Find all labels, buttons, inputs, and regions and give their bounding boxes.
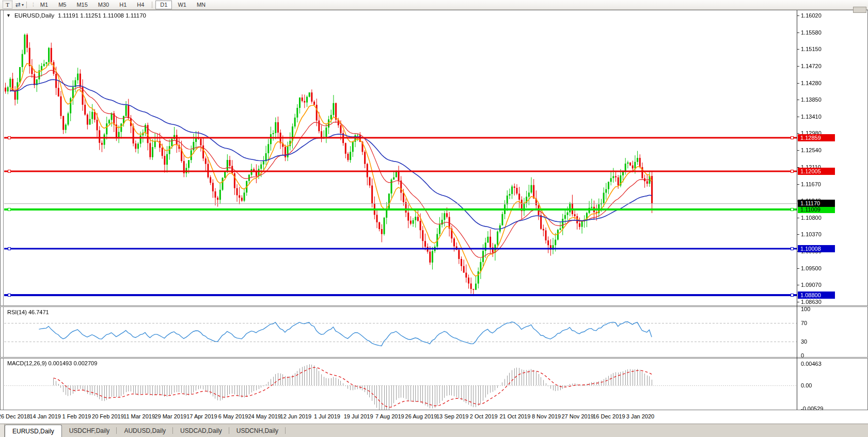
arrange-charts-button[interactable]: ⇄ ▾ <box>15 1 24 8</box>
price-tick-dash <box>797 49 799 50</box>
rsi-axis-label: 30 <box>801 338 807 345</box>
date-label: 1 Jul 2019 <box>314 413 340 419</box>
chart-scroll-button[interactable] <box>853 7 866 13</box>
date-label: 8 Nov 2019 <box>532 413 561 419</box>
macd-axis-label: 0.00 <box>801 382 812 389</box>
price-tick-label: 1.11670 <box>801 181 821 187</box>
price-tick-dash <box>797 285 799 285</box>
price-tick-dash <box>797 218 799 218</box>
hline-price-label: 1.08800 <box>798 292 835 299</box>
timeframe-button-group: M1M5M15M30H1H4D1W1MN <box>35 1 211 9</box>
price-tick-label: 1.16020 <box>801 12 822 19</box>
timeframe-button-h1[interactable]: H1 <box>115 1 131 9</box>
price-tick-label: 1.10370 <box>801 231 822 237</box>
timeframe-button-w1[interactable]: W1 <box>173 1 191 9</box>
price-tick-label: 1.13410 <box>801 114 822 120</box>
price-tick-dash <box>797 117 799 117</box>
price-tick-label: 1.13850 <box>801 96 822 103</box>
timeframe-button-m30[interactable]: M30 <box>93 1 114 9</box>
timeframe-button-h4[interactable]: H4 <box>132 1 149 9</box>
price-tick-label: 1.12540 <box>801 147 822 153</box>
date-label: 1 Feb 2019 <box>62 413 91 419</box>
date-label: 6 May 2019 <box>218 413 248 419</box>
dropdown-caret-icon: ▾ <box>22 3 24 7</box>
price-tick-label: 1.10800 <box>801 215 822 221</box>
date-label: 19 Jul 2019 <box>344 413 373 419</box>
tab-usdcad[interactable]: USDCAD,Daily <box>173 424 229 437</box>
rsi-axis-label: 70 <box>801 320 807 326</box>
timeframe-button-mn[interactable]: MN <box>192 1 210 9</box>
top-toolbar: T ⇄ ▾ ⁞ M1M5M15M30H1H4D1W1MN <box>0 0 868 10</box>
tab-audusd[interactable]: AUDUSD,Daily <box>117 424 173 437</box>
price-tick-label: 1.09500 <box>801 265 822 271</box>
window-left-frame <box>3 10 4 410</box>
symbol-dropdown-icon[interactable]: ▼ <box>6 13 11 18</box>
date-label: 14 Jan 2019 <box>29 413 61 419</box>
price-tick-dash <box>797 133 799 134</box>
hline-price-label: 1.12005 <box>798 168 835 175</box>
text-tool-button[interactable]: T <box>3 1 12 9</box>
tab-eurusd[interactable]: EURUSD,Daily <box>5 425 62 437</box>
date-label: 17 Apr 2019 <box>186 413 217 419</box>
toolbar-grip: ⁞ <box>33 2 34 8</box>
date-label: 26 Dec 2018 <box>0 413 30 419</box>
price-tick-label: 1.08630 <box>801 299 822 305</box>
chart-title: ▼ EURUSD,Daily 1.11191 1.11251 1.11008 1… <box>6 12 146 19</box>
timeframe-button-m1[interactable]: M1 <box>36 1 53 9</box>
macd-label: MACD(12,26,9) 0.001493 0.002709 <box>7 360 97 366</box>
price-tick-dash <box>797 66 799 67</box>
price-tick-label: 1.09070 <box>801 282 822 288</box>
date-label: 12 Jun 2019 <box>280 413 312 419</box>
hline-price-label: 1.12859 <box>798 134 835 141</box>
price-tick-dash <box>797 150 799 151</box>
toolbar-separator <box>152 2 152 8</box>
ohlc-values: 1.11191 1.11251 1.11008 1.11170 <box>58 12 146 19</box>
tab-scroll-strip[interactable] <box>0 424 5 437</box>
date-label: 7 Aug 2019 <box>375 413 404 419</box>
timeframe-button-d1[interactable]: D1 <box>155 1 172 9</box>
date-label: 27 Nov 2019 <box>561 413 593 419</box>
price-tick-dash <box>797 15 799 16</box>
hline-price-label: 1.11009 <box>798 206 835 213</box>
symbol-label: EURUSD,Daily <box>14 12 54 19</box>
date-label: 3 Jan 2020 <box>626 413 654 419</box>
panel-splitter[interactable] <box>0 357 868 359</box>
date-label: 26 Aug 2019 <box>405 413 437 419</box>
price-tick-label: 1.15150 <box>801 46 822 52</box>
timeframe-button-m15[interactable]: M15 <box>72 1 92 9</box>
rsi-axis-label: 0 <box>801 352 804 359</box>
price-tick-dash <box>797 33 799 33</box>
price-tick-dash <box>797 184 799 185</box>
panel-splitter[interactable] <box>0 305 868 307</box>
date-axis: 26 Dec 201814 Jan 20191 Feb 201920 Feb 2… <box>0 410 868 424</box>
timeframe-button-m5[interactable]: M5 <box>54 1 71 9</box>
tab-usdchf[interactable]: USDCHF,Daily <box>62 424 117 437</box>
price-tick-dash <box>797 302 799 302</box>
chart-tab-bar: EURUSD,DailyUSDCHF,DailyAUDUSD,DailyUSDC… <box>0 424 868 437</box>
main-chart-canvas[interactable] <box>4 10 797 306</box>
date-label: 2 Oct 2019 <box>470 413 498 419</box>
date-label: 24 May 2019 <box>248 413 281 419</box>
hline-price-label: 1.10008 <box>798 245 835 252</box>
price-axis-line <box>797 10 797 410</box>
macd-axis-label: 0.00463 <box>801 361 822 367</box>
date-label: 11 Mar 2019 <box>123 413 155 419</box>
rsi-indicator-canvas[interactable] <box>4 307 797 357</box>
price-tick-dash <box>797 100 799 100</box>
price-tick-dash <box>797 83 799 84</box>
arrange-icon: ⇄ <box>15 1 21 8</box>
price-tick-dash <box>797 268 799 269</box>
date-label: 20 Feb 2019 <box>92 413 124 419</box>
rsi-axis-label: 100 <box>801 306 810 312</box>
date-label: 21 Oct 2019 <box>499 413 530 419</box>
price-tick-label: 1.15580 <box>801 29 822 36</box>
application-window: T ⇄ ▾ ⁞ M1M5M15M30H1H4D1W1MN ▼ EURUSD,Da… <box>0 0 868 437</box>
tab-usdcnh[interactable]: USDCNH,Daily <box>229 424 286 437</box>
macd-indicator-canvas[interactable] <box>4 359 797 410</box>
price-tick-label: 1.14720 <box>801 63 822 69</box>
toolbar-separator <box>26 2 27 8</box>
date-label: 13 Sep 2019 <box>436 413 468 419</box>
date-label: 16 Dec 2019 <box>593 413 625 419</box>
rsi-label: RSI(14) 46.7471 <box>7 309 49 315</box>
price-tick-label: 1.14280 <box>801 80 822 86</box>
